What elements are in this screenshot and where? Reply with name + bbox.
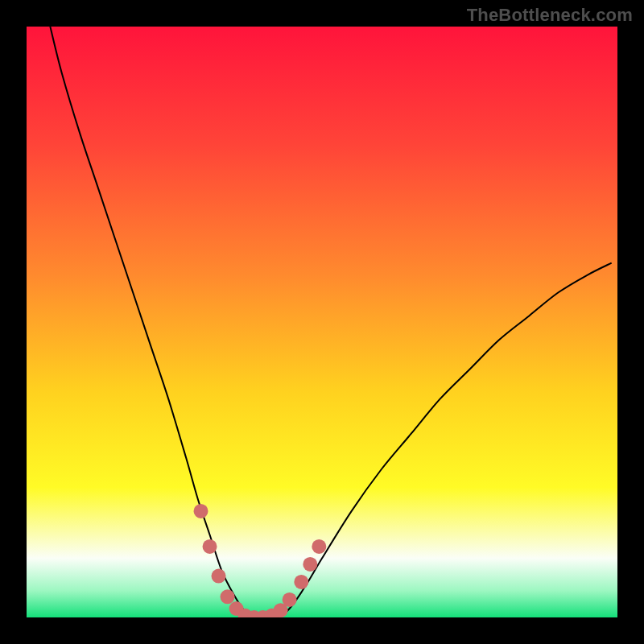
watermark-label: TheBottleneck.com — [467, 5, 633, 26]
highlight-dot — [283, 592, 297, 607]
gradient-background — [27, 27, 617, 617]
chart-container: TheBottleneck.com — [0, 0, 644, 644]
highlight-dot — [294, 575, 308, 589]
highlight-dot — [203, 539, 217, 554]
highlight-dot — [221, 589, 235, 604]
highlight-dot — [312, 539, 326, 554]
highlight-dot — [303, 557, 317, 572]
plot-area — [27, 27, 617, 617]
bottleneck-chart — [27, 27, 617, 617]
highlight-dot — [194, 504, 208, 518]
highlight-dot — [212, 569, 226, 584]
